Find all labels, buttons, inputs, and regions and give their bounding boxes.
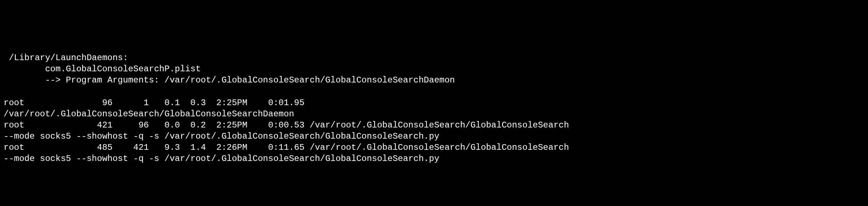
process-row-2-line1: root 421 96 0.0 0.2 2:25PM 0:00.53 /var/… <box>4 120 569 130</box>
terminal-output: /Library/LaunchDaemons: com.GlobalConsol… <box>4 52 864 165</box>
process-row-3-line1: root 485 421 9.3 1.4 2:26PM 0:11.65 /var… <box>4 143 569 152</box>
launch-daemons-path: /Library/LaunchDaemons: <box>4 53 128 63</box>
process-row-3-line2: --mode socks5 --showhost -q -s /var/root… <box>4 154 439 164</box>
program-arguments: --> Program Arguments: /var/root/.Global… <box>4 75 455 85</box>
process-row-2-line2: --mode socks5 --showhost -q -s /var/root… <box>4 131 439 141</box>
process-row-1-line1: root 96 1 0.1 0.3 2:25PM 0:01.95 <box>4 98 304 108</box>
process-row-1-line2: /var/root/.GlobalConsoleSearch/GlobalCon… <box>4 109 294 119</box>
plist-file: com.GlobalConsoleSearchP.plist <box>4 64 201 74</box>
